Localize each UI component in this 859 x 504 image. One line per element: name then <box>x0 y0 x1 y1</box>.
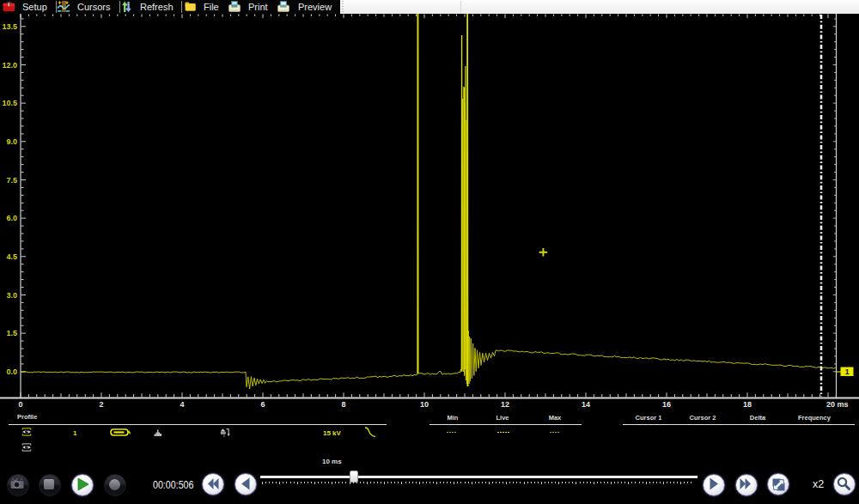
svg-text:1: 1 <box>845 367 850 376</box>
